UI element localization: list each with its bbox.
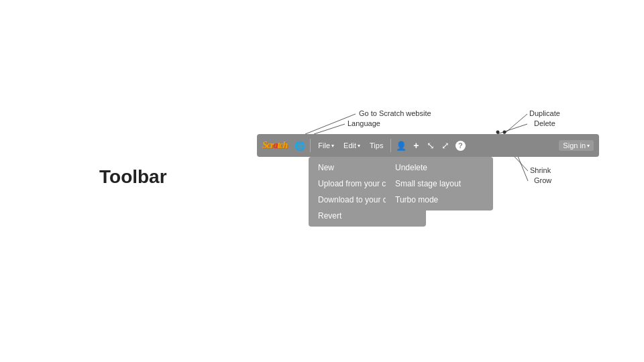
edit-dropdown-menu: Undelete Small stage layout Turbo mode: [386, 157, 493, 210]
expand-button-2[interactable]: ⤢: [439, 139, 451, 152]
signin-label: Sign in: [563, 141, 586, 149]
annotation-go-to-scratch: Go to Scratch website: [359, 109, 431, 117]
expand-button-1[interactable]: ⤡: [425, 139, 437, 152]
file-arrow: ▾: [331, 143, 334, 149]
menu-item-small-stage[interactable]: Small stage layout: [386, 176, 493, 192]
svg-line-1: [314, 124, 345, 134]
menu-item-undelete[interactable]: Undelete: [386, 160, 493, 176]
annotation-grow: Grow: [534, 176, 551, 184]
tips-label: Tips: [370, 141, 383, 149]
annotation-duplicate: Duplicate: [529, 109, 560, 117]
scratch-logo: Scratch: [262, 140, 287, 151]
annotation-language: Language: [347, 119, 380, 127]
svg-point-5: [496, 131, 500, 134]
toolbar-bar: Scratch File ▾ Edit ▾ Tips ⤡ ⤢ ? Sign in…: [257, 134, 599, 157]
file-label: File: [318, 141, 330, 149]
toolbar-label: Toolbar: [99, 166, 167, 188]
globe-button[interactable]: [294, 139, 306, 152]
add-button[interactable]: [410, 139, 422, 152]
person-button[interactable]: [395, 139, 407, 152]
edit-label: Edit: [343, 141, 356, 149]
annotation-shrink: Shrink: [530, 166, 551, 174]
separator-1: [310, 139, 311, 152]
menu-item-turbo[interactable]: Turbo mode: [386, 192, 493, 208]
edit-menu-button[interactable]: Edit ▾: [340, 140, 364, 151]
separator-2: [390, 139, 391, 152]
svg-line-3: [497, 124, 527, 134]
file-menu-button[interactable]: File ▾: [315, 140, 337, 151]
svg-point-4: [503, 131, 506, 134]
edit-arrow: ▾: [358, 143, 360, 149]
help-button[interactable]: ?: [454, 139, 466, 152]
annotation-delete: Delete: [534, 119, 555, 127]
tips-button[interactable]: Tips: [366, 140, 386, 151]
svg-line-2: [504, 114, 527, 134]
signin-arrow: ▾: [587, 143, 590, 149]
signin-button[interactable]: Sign in ▾: [559, 140, 594, 151]
